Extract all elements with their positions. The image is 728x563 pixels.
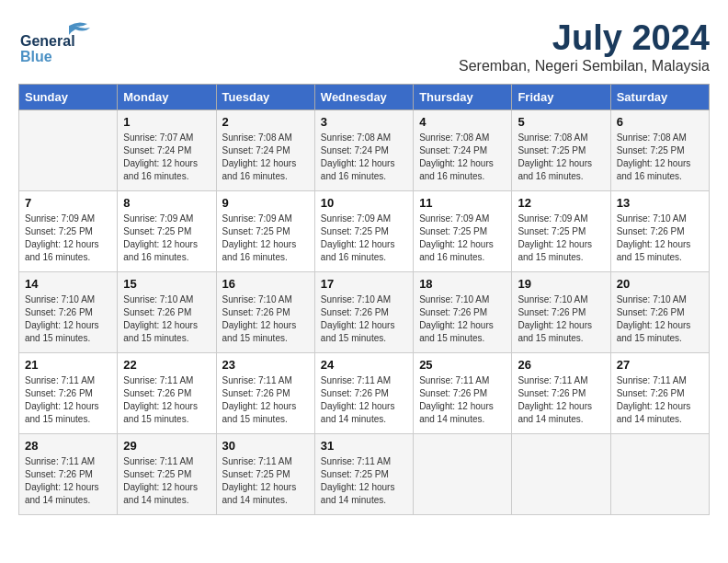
calendar-cell: 26Sunrise: 7:11 AMSunset: 7:26 PMDayligh…: [512, 353, 610, 434]
calendar-cell: 24Sunrise: 7:11 AMSunset: 7:26 PMDayligh…: [314, 353, 413, 434]
day-number: 18: [419, 277, 506, 291]
day-number: 20: [617, 277, 703, 291]
calendar-cell: 4Sunrise: 7:08 AMSunset: 7:24 PMDaylight…: [414, 110, 512, 191]
day-number: 14: [25, 277, 111, 291]
day-number: 31: [321, 439, 407, 453]
page-header: General Blue July 2024 Seremban, Negeri …: [18, 18, 710, 75]
day-info: Sunrise: 7:11 AMSunset: 7:26 PMDaylight:…: [222, 374, 309, 426]
day-info: Sunrise: 7:11 AMSunset: 7:26 PMDaylight:…: [123, 374, 210, 426]
calendar-cell: 10Sunrise: 7:09 AMSunset: 7:25 PMDayligh…: [314, 191, 413, 272]
calendar-cell: 7Sunrise: 7:09 AMSunset: 7:25 PMDaylight…: [19, 191, 118, 272]
calendar-cell: [19, 110, 118, 191]
day-number: 15: [123, 277, 210, 291]
calendar-cell: 30Sunrise: 7:11 AMSunset: 7:25 PMDayligh…: [216, 434, 314, 515]
day-header-sunday: Sunday: [19, 85, 118, 110]
calendar-cell: 8Sunrise: 7:09 AMSunset: 7:25 PMDaylight…: [118, 191, 216, 272]
calendar-cell: 3Sunrise: 7:08 AMSunset: 7:24 PMDaylight…: [314, 110, 413, 191]
day-number: 3: [321, 115, 407, 129]
day-number: 10: [321, 196, 407, 210]
day-info: Sunrise: 7:09 AMSunset: 7:25 PMDaylight:…: [419, 213, 506, 264]
calendar-cell: 6Sunrise: 7:08 AMSunset: 7:25 PMDaylight…: [610, 110, 709, 191]
day-info: Sunrise: 7:11 AMSunset: 7:25 PMDaylight:…: [321, 455, 407, 507]
calendar-cell: 27Sunrise: 7:11 AMSunset: 7:26 PMDayligh…: [610, 353, 709, 434]
day-number: 26: [518, 358, 604, 372]
calendar-cell: 22Sunrise: 7:11 AMSunset: 7:26 PMDayligh…: [118, 353, 216, 434]
day-info: Sunrise: 7:08 AMSunset: 7:24 PMDaylight:…: [222, 132, 309, 183]
day-number: 6: [617, 115, 703, 129]
calendar-cell: 28Sunrise: 7:11 AMSunset: 7:26 PMDayligh…: [19, 434, 118, 515]
calendar-cell: 31Sunrise: 7:11 AMSunset: 7:25 PMDayligh…: [314, 434, 413, 515]
day-number: 17: [321, 277, 407, 291]
calendar-cell: 15Sunrise: 7:10 AMSunset: 7:26 PMDayligh…: [118, 272, 216, 353]
day-number: 22: [123, 358, 210, 372]
calendar-cell: 19Sunrise: 7:10 AMSunset: 7:26 PMDayligh…: [512, 272, 610, 353]
day-info: Sunrise: 7:10 AMSunset: 7:26 PMDaylight:…: [321, 293, 407, 345]
day-info: Sunrise: 7:10 AMSunset: 7:26 PMDaylight:…: [123, 293, 210, 345]
day-info: Sunrise: 7:09 AMSunset: 7:25 PMDaylight:…: [123, 213, 210, 264]
day-number: 1: [123, 115, 210, 129]
day-header-thursday: Thursday: [414, 85, 512, 110]
day-number: 27: [617, 358, 703, 372]
week-row-4: 21Sunrise: 7:11 AMSunset: 7:26 PMDayligh…: [19, 353, 710, 434]
day-info: Sunrise: 7:09 AMSunset: 7:25 PMDaylight:…: [25, 213, 111, 264]
day-number: 2: [222, 115, 309, 129]
day-number: 5: [518, 115, 604, 129]
day-info: Sunrise: 7:11 AMSunset: 7:26 PMDaylight:…: [518, 374, 604, 426]
svg-text:General: General: [20, 33, 75, 49]
calendar-cell: 20Sunrise: 7:10 AMSunset: 7:26 PMDayligh…: [610, 272, 709, 353]
calendar-cell: 23Sunrise: 7:11 AMSunset: 7:26 PMDayligh…: [216, 353, 314, 434]
day-info: Sunrise: 7:11 AMSunset: 7:25 PMDaylight:…: [123, 455, 210, 507]
day-number: 23: [222, 358, 309, 372]
day-info: Sunrise: 7:09 AMSunset: 7:25 PMDaylight:…: [321, 213, 407, 264]
day-info: Sunrise: 7:11 AMSunset: 7:26 PMDaylight:…: [419, 374, 506, 426]
week-row-3: 14Sunrise: 7:10 AMSunset: 7:26 PMDayligh…: [19, 272, 710, 353]
day-number: 9: [222, 196, 309, 210]
day-info: Sunrise: 7:08 AMSunset: 7:25 PMDaylight:…: [617, 132, 703, 183]
day-info: Sunrise: 7:10 AMSunset: 7:26 PMDaylight:…: [617, 293, 703, 345]
day-info: Sunrise: 7:11 AMSunset: 7:25 PMDaylight:…: [222, 455, 309, 507]
calendar-cell: [610, 434, 709, 515]
svg-text:Blue: Blue: [20, 49, 52, 64]
calendar-cell: 17Sunrise: 7:10 AMSunset: 7:26 PMDayligh…: [314, 272, 413, 353]
calendar-table: SundayMondayTuesdayWednesdayThursdayFrid…: [18, 84, 710, 515]
calendar-cell: 2Sunrise: 7:08 AMSunset: 7:24 PMDaylight…: [216, 110, 314, 191]
calendar-cell: 18Sunrise: 7:10 AMSunset: 7:26 PMDayligh…: [414, 272, 512, 353]
day-header-friday: Friday: [512, 85, 610, 110]
calendar-cell: 29Sunrise: 7:11 AMSunset: 7:25 PMDayligh…: [118, 434, 216, 515]
day-info: Sunrise: 7:10 AMSunset: 7:26 PMDaylight:…: [25, 293, 111, 345]
day-number: 16: [222, 277, 309, 291]
calendar-cell: [414, 434, 512, 515]
calendar-header-row: SundayMondayTuesdayWednesdayThursdayFrid…: [19, 85, 710, 110]
day-info: Sunrise: 7:10 AMSunset: 7:26 PMDaylight:…: [222, 293, 309, 345]
calendar-cell: 25Sunrise: 7:11 AMSunset: 7:26 PMDayligh…: [414, 353, 512, 434]
day-info: Sunrise: 7:10 AMSunset: 7:26 PMDaylight:…: [617, 213, 703, 264]
day-header-saturday: Saturday: [610, 85, 709, 110]
day-number: 21: [25, 358, 111, 372]
calendar-cell: 13Sunrise: 7:10 AMSunset: 7:26 PMDayligh…: [610, 191, 709, 272]
day-info: Sunrise: 7:11 AMSunset: 7:26 PMDaylight:…: [617, 374, 703, 426]
calendar-cell: 21Sunrise: 7:11 AMSunset: 7:26 PMDayligh…: [19, 353, 118, 434]
week-row-2: 7Sunrise: 7:09 AMSunset: 7:25 PMDaylight…: [19, 191, 710, 272]
day-number: 4: [419, 115, 506, 129]
title-block: July 2024 Seremban, Negeri Sembilan, Mal…: [459, 18, 710, 75]
location-title: Seremban, Negeri Sembilan, Malaysia: [459, 58, 710, 75]
day-info: Sunrise: 7:09 AMSunset: 7:25 PMDaylight:…: [222, 213, 309, 264]
calendar-cell: 9Sunrise: 7:09 AMSunset: 7:25 PMDaylight…: [216, 191, 314, 272]
month-title: July 2024: [459, 18, 710, 58]
logo-svg: General Blue: [18, 18, 101, 64]
day-info: Sunrise: 7:07 AMSunset: 7:24 PMDaylight:…: [123, 132, 210, 183]
calendar-cell: 14Sunrise: 7:10 AMSunset: 7:26 PMDayligh…: [19, 272, 118, 353]
day-info: Sunrise: 7:08 AMSunset: 7:24 PMDaylight:…: [321, 132, 407, 183]
day-header-wednesday: Wednesday: [314, 85, 413, 110]
day-number: 28: [25, 439, 111, 453]
calendar-cell: [512, 434, 610, 515]
day-number: 8: [123, 196, 210, 210]
day-number: 30: [222, 439, 309, 453]
day-number: 13: [617, 196, 703, 210]
day-info: Sunrise: 7:08 AMSunset: 7:25 PMDaylight:…: [518, 132, 604, 183]
day-number: 11: [419, 196, 506, 210]
week-row-5: 28Sunrise: 7:11 AMSunset: 7:26 PMDayligh…: [19, 434, 710, 515]
day-info: Sunrise: 7:10 AMSunset: 7:26 PMDaylight:…: [419, 293, 506, 345]
day-number: 12: [518, 196, 604, 210]
calendar-cell: 5Sunrise: 7:08 AMSunset: 7:25 PMDaylight…: [512, 110, 610, 191]
